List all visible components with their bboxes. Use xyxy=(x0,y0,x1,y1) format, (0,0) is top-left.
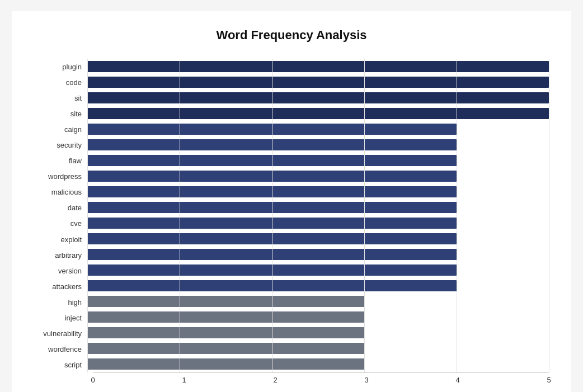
grid-line-5 xyxy=(549,59,549,372)
y-label-attackers: attackers xyxy=(52,279,82,294)
x-axis-line xyxy=(93,372,549,373)
y-label-high: high xyxy=(68,295,82,309)
bar-row-wordpress xyxy=(87,169,549,183)
chart-container: Word Frequency Analysis plugincodesitsit… xyxy=(12,11,571,392)
bar-high xyxy=(87,296,364,307)
x-axis-container: 012345 xyxy=(93,372,549,392)
y-label-code: code xyxy=(66,75,82,89)
y-label-version: version xyxy=(58,263,82,278)
bar-sit xyxy=(87,92,549,103)
y-label-sit: sit xyxy=(74,91,82,105)
x-tick-1: 1 xyxy=(182,376,186,384)
grid-line-1 xyxy=(180,59,180,372)
bar-row-site xyxy=(87,106,549,121)
bar-row-high xyxy=(87,294,549,309)
y-label-flaw: flaw xyxy=(69,154,82,168)
grid-line-4 xyxy=(457,59,457,372)
x-tick-3: 3 xyxy=(364,376,368,384)
y-label-exploit: exploit xyxy=(60,232,82,247)
bar-plugin xyxy=(87,61,549,72)
bar-row-caign xyxy=(87,122,549,136)
bar-vulnerability xyxy=(87,327,364,338)
y-label-security: security xyxy=(57,138,82,152)
bar-row-vulnerability xyxy=(87,325,549,340)
y-label-script: script xyxy=(64,358,82,372)
bar-row-code xyxy=(87,75,549,89)
bar-row-malicious xyxy=(87,185,549,199)
bar-site xyxy=(87,108,549,119)
bar-row-exploit xyxy=(87,232,549,246)
y-label-date: date xyxy=(68,201,82,215)
y-label-arbitrary: arbitrary xyxy=(55,248,82,262)
bar-row-cve xyxy=(87,216,549,230)
y-label-wordfence: wordfence xyxy=(48,342,82,357)
bar-script xyxy=(87,358,364,370)
bar-row-plugin xyxy=(87,59,549,74)
y-label-plugin: plugin xyxy=(62,59,82,74)
bar-row-attackers xyxy=(87,278,549,293)
y-label-wordpress: wordpress xyxy=(48,169,82,184)
bar-code xyxy=(87,77,549,88)
x-tick-2: 2 xyxy=(273,376,277,384)
grid-line-2 xyxy=(272,59,272,372)
x-tick-4: 4 xyxy=(455,376,459,384)
y-label-vulnerability: vulnerability xyxy=(43,327,82,341)
x-tick-5: 5 xyxy=(547,376,551,384)
bar-row-sit xyxy=(87,91,549,105)
bars-area xyxy=(87,59,549,372)
y-label-inject: inject xyxy=(65,311,82,325)
bar-row-arbitrary xyxy=(87,247,549,262)
grid-line-3 xyxy=(364,59,365,372)
bar-row-script xyxy=(87,357,549,371)
bar-row-inject xyxy=(87,310,549,324)
bar-row-version xyxy=(87,263,549,277)
bar-row-wordfence xyxy=(87,341,549,356)
bar-row-security xyxy=(87,138,549,152)
bar-wordfence xyxy=(87,343,364,354)
y-axis: plugincodesitsitecaignsecurityflawwordpr… xyxy=(34,59,87,372)
bar-row-date xyxy=(87,200,549,215)
y-label-cve: cve xyxy=(70,216,82,231)
x-tick-0: 0 xyxy=(91,376,95,384)
chart-title: Word Frequency Analysis xyxy=(34,28,549,42)
y-label-malicious: malicious xyxy=(51,185,82,200)
bar-row-flaw xyxy=(87,153,549,168)
y-label-caign: caign xyxy=(64,122,82,136)
grid-line-0 xyxy=(87,59,88,372)
bar-inject xyxy=(87,311,364,323)
y-label-site: site xyxy=(70,106,82,121)
